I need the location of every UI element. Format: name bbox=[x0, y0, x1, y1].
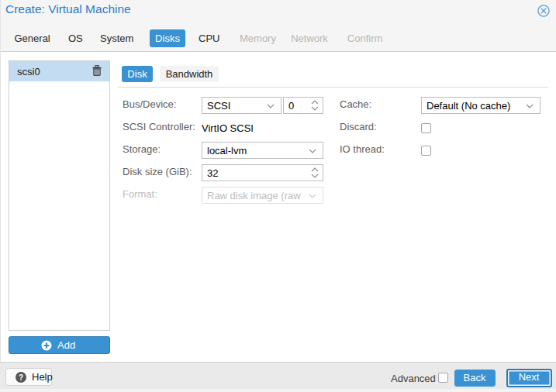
svg-text:?: ? bbox=[19, 373, 23, 382]
